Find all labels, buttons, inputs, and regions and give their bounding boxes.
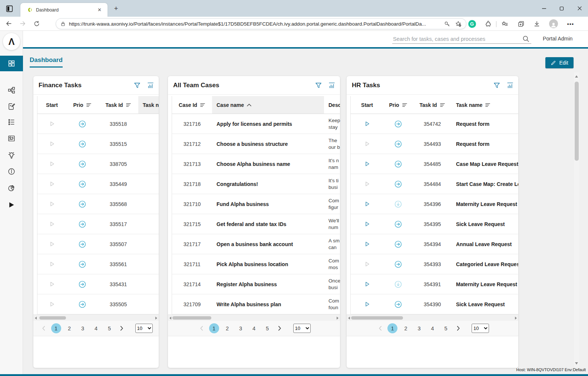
start-task-cell[interactable] bbox=[351, 294, 383, 314]
start-task-cell[interactable] bbox=[351, 134, 383, 154]
play-icon[interactable] bbox=[49, 241, 55, 247]
sidebar-item-dashboard[interactable] bbox=[0, 56, 23, 71]
previous-page-button[interactable] bbox=[376, 324, 384, 333]
column-header-task-id[interactable]: Task Id bbox=[413, 96, 452, 114]
page-size-select[interactable]: 10 bbox=[472, 324, 489, 333]
play-icon[interactable] bbox=[364, 281, 370, 287]
page-button-5[interactable]: 5 bbox=[105, 323, 115, 333]
start-task-cell[interactable] bbox=[37, 194, 66, 214]
page-button-2[interactable]: 2 bbox=[65, 323, 75, 333]
back-icon[interactable] bbox=[3, 18, 14, 29]
start-task-cell[interactable] bbox=[351, 154, 383, 174]
column-header-case-name[interactable]: Case name bbox=[212, 96, 324, 114]
tab-actions-icon[interactable] bbox=[5, 4, 14, 13]
page-button-5[interactable]: 5 bbox=[262, 323, 272, 333]
scroll-right-icon[interactable] bbox=[155, 317, 157, 320]
column-header-task-name[interactable]: Task name bbox=[452, 96, 518, 114]
page-button-2[interactable]: 2 bbox=[401, 323, 411, 333]
scroll-right-icon[interactable] bbox=[337, 317, 338, 320]
tab-close-icon[interactable]: ✕ bbox=[95, 6, 104, 13]
page-button-3[interactable]: 3 bbox=[236, 323, 246, 333]
play-icon[interactable] bbox=[364, 181, 370, 187]
column-header-start[interactable]: Start bbox=[37, 96, 66, 114]
close-window-button[interactable] bbox=[574, 3, 585, 14]
start-task-cell[interactable] bbox=[37, 114, 66, 134]
sidebar-item-cases[interactable] bbox=[0, 114, 23, 130]
play-icon[interactable] bbox=[49, 161, 55, 167]
new-tab-button[interactable]: + bbox=[111, 4, 121, 13]
profile-avatar[interactable] bbox=[548, 18, 559, 29]
play-icon[interactable] bbox=[364, 301, 370, 307]
search-input[interactable] bbox=[392, 35, 531, 44]
next-page-button[interactable] bbox=[118, 324, 126, 333]
scrollbar-thumb[interactable] bbox=[172, 316, 211, 320]
favorites-bar-icon[interactable] bbox=[499, 18, 510, 29]
play-icon[interactable] bbox=[364, 201, 370, 207]
column-header-prio[interactable]: Prio bbox=[66, 96, 98, 114]
scroll-up-icon[interactable] bbox=[575, 75, 578, 78]
statistics-icon[interactable] bbox=[147, 82, 154, 89]
page-scrollbar[interactable] bbox=[574, 72, 579, 367]
column-header-task-name[interactable]: Task name bbox=[138, 96, 159, 114]
start-task-cell[interactable] bbox=[37, 254, 66, 274]
sidebar-item-run[interactable] bbox=[0, 197, 23, 213]
start-task-cell[interactable] bbox=[351, 174, 383, 194]
page-button-3[interactable]: 3 bbox=[414, 323, 424, 333]
page-button-4[interactable]: 4 bbox=[91, 323, 101, 333]
start-task-cell[interactable] bbox=[37, 294, 66, 314]
scroll-right-icon[interactable] bbox=[515, 317, 517, 320]
filter-icon[interactable] bbox=[133, 82, 141, 89]
start-task-cell[interactable] bbox=[351, 114, 383, 134]
next-page-button[interactable] bbox=[454, 324, 462, 333]
address-bar[interactable]: https://trunk-wawa.axonivy.io/Portal/fac… bbox=[56, 18, 466, 29]
lock-icon[interactable] bbox=[60, 21, 66, 27]
start-task-cell[interactable] bbox=[37, 234, 66, 254]
page-size-select[interactable]: 10 bbox=[293, 324, 311, 333]
favorite-star-icon[interactable] bbox=[455, 20, 462, 27]
play-icon[interactable] bbox=[49, 141, 55, 147]
play-icon[interactable] bbox=[364, 261, 370, 267]
current-user-menu[interactable]: Portal Admin bbox=[543, 36, 572, 42]
column-header-case-id[interactable]: Case Id bbox=[172, 96, 212, 114]
minimize-button[interactable] bbox=[538, 3, 549, 14]
previous-page-button[interactable] bbox=[198, 324, 206, 333]
settings-menu-icon[interactable]: ••• bbox=[565, 18, 576, 29]
password-key-icon[interactable] bbox=[444, 21, 450, 27]
horizontal-scrollbar[interactable] bbox=[33, 314, 159, 321]
column-header-prio[interactable]: Prio bbox=[383, 96, 413, 114]
statistics-icon[interactable] bbox=[328, 82, 336, 89]
play-icon[interactable] bbox=[364, 221, 370, 227]
scroll-left-icon[interactable] bbox=[35, 317, 37, 320]
collections-icon[interactable] bbox=[515, 18, 526, 29]
forward-icon[interactable] bbox=[17, 18, 28, 29]
downloads-icon[interactable] bbox=[531, 18, 542, 29]
sidebar-item-tasks[interactable] bbox=[0, 99, 23, 114]
scroll-down-icon[interactable] bbox=[575, 362, 578, 364]
extensions-icon[interactable] bbox=[483, 18, 494, 29]
start-task-cell[interactable] bbox=[351, 274, 383, 294]
sidebar-item-processes[interactable] bbox=[0, 82, 23, 98]
play-icon[interactable] bbox=[49, 281, 55, 287]
column-header-desc[interactable]: Desc bbox=[324, 96, 340, 114]
play-icon[interactable] bbox=[49, 121, 55, 127]
column-header-start[interactable]: Start bbox=[351, 96, 383, 114]
page-button-1[interactable]: 1 bbox=[387, 323, 397, 333]
grammarly-extension-icon[interactable]: G bbox=[466, 18, 478, 29]
sidebar-item-statistics[interactable] bbox=[0, 131, 23, 146]
edit-dashboard-button[interactable]: Edit bbox=[545, 57, 574, 68]
start-task-cell[interactable] bbox=[351, 214, 383, 234]
start-task-cell[interactable] bbox=[37, 174, 66, 194]
statistics-icon[interactable] bbox=[506, 82, 514, 89]
play-icon[interactable] bbox=[364, 141, 370, 147]
play-icon[interactable] bbox=[364, 161, 370, 167]
sidebar-item-info[interactable] bbox=[0, 164, 23, 179]
dashboard-tab[interactable]: Dashboard bbox=[30, 56, 63, 68]
next-page-button[interactable] bbox=[276, 324, 284, 333]
play-icon[interactable] bbox=[49, 301, 55, 307]
browser-tab[interactable]: Dashboard ✕ bbox=[20, 3, 108, 17]
column-header-task-id[interactable]: Task Id bbox=[98, 96, 138, 114]
horizontal-scrollbar[interactable] bbox=[347, 314, 518, 321]
start-task-cell[interactable] bbox=[351, 234, 383, 254]
scrollbar-thumb[interactable] bbox=[351, 316, 403, 320]
start-task-cell[interactable] bbox=[351, 194, 383, 214]
